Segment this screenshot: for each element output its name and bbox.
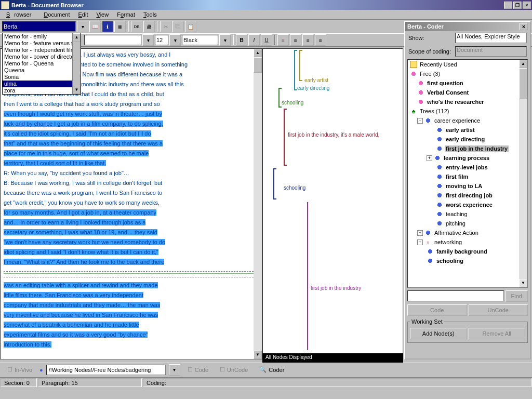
in-vivo-button[interactable]: ☐ In-Vivo bbox=[3, 365, 36, 375]
align-center-button[interactable]: ≡ bbox=[290, 34, 301, 46]
doc-selector-dropdown-button[interactable]: ▾ bbox=[77, 21, 88, 32]
minimize-button[interactable]: _ bbox=[504, 2, 512, 9]
scroll-track[interactable] bbox=[519, 99, 527, 288]
scroll-up-icon[interactable]: ▲ bbox=[519, 60, 527, 68]
tree-node[interactable]: first film bbox=[445, 174, 469, 180]
node-path-input[interactable] bbox=[46, 365, 166, 375]
tree-node[interactable]: family background bbox=[435, 248, 488, 255]
bold-button[interactable]: B bbox=[236, 34, 247, 46]
close-button[interactable]: × bbox=[523, 2, 531, 9]
menu-view[interactable]: View bbox=[92, 10, 113, 19]
tree-node[interactable]: Free (3) bbox=[419, 71, 441, 77]
list-item[interactable]: zora bbox=[3, 87, 81, 94]
menu-format[interactable]: Format bbox=[113, 10, 139, 19]
cut-icon[interactable]: ✂ bbox=[160, 21, 171, 32]
font-size-dropdown-button[interactable]: ▾ bbox=[169, 34, 181, 46]
tree-node[interactable]: Recently Used bbox=[419, 61, 458, 68]
paste-icon[interactable]: 📋 bbox=[185, 21, 196, 32]
browse-icon[interactable]: 📖 bbox=[89, 21, 101, 32]
font-size-input[interactable] bbox=[155, 35, 168, 45]
collapse-icon[interactable]: - bbox=[417, 118, 423, 124]
tree-node[interactable]: career experience bbox=[433, 117, 481, 124]
list-item[interactable]: Memo for - emily bbox=[3, 33, 81, 40]
font-color-select[interactable] bbox=[182, 35, 218, 45]
font-color-dropdown-button[interactable]: ▾ bbox=[219, 34, 231, 46]
uncode-button[interactable]: UnCode bbox=[469, 304, 528, 316]
code-button-bottom[interactable]: ☐ Code bbox=[183, 365, 212, 375]
list-item[interactable]: Memo for - Queena bbox=[3, 60, 81, 67]
show-select[interactable]: All Nodes, Explorer Style bbox=[455, 33, 527, 43]
menu-document[interactable]: Document bbox=[39, 10, 74, 19]
align-right-button[interactable]: ≡ bbox=[302, 34, 314, 46]
expand-icon[interactable]: + bbox=[417, 240, 423, 245]
align-justify-button[interactable]: ≡ bbox=[315, 34, 326, 46]
tree-node[interactable]: early artist bbox=[445, 127, 476, 133]
tree-node[interactable]: Affirmative Action bbox=[433, 230, 480, 236]
tree-node[interactable]: first question bbox=[426, 80, 464, 86]
highlighted-text: place for me in this huge, sort of what … bbox=[4, 150, 149, 156]
list-item[interactable]: Memo for - feature versus te bbox=[3, 40, 81, 47]
list-item[interactable]: Memo for - power of director bbox=[3, 54, 81, 60]
scroll-thumb[interactable] bbox=[519, 68, 527, 99]
tree-node-selected[interactable]: first job in the industry bbox=[445, 145, 509, 152]
tree-scrollbar[interactable]: ▲ ▼ bbox=[519, 60, 527, 287]
db-icon[interactable]: DB bbox=[131, 21, 142, 32]
add-nodes-button[interactable]: Add Node(s) bbox=[410, 328, 467, 339]
expand-icon[interactable]: + bbox=[427, 155, 432, 161]
tree-node[interactable]: schooling bbox=[435, 258, 464, 264]
tree-node[interactable]: networking bbox=[433, 239, 463, 245]
menu-edit[interactable]: Edit bbox=[74, 10, 92, 19]
uncode-button-bottom[interactable]: ☐ UnCode bbox=[216, 365, 252, 375]
tree-node[interactable]: entry-level jobs bbox=[445, 164, 489, 170]
tree-node[interactable]: learning process bbox=[443, 155, 490, 161]
italic-button[interactable]: I bbox=[248, 34, 260, 46]
info-icon[interactable]: ℹ bbox=[102, 21, 113, 32]
tree-node[interactable]: moving to LA bbox=[445, 183, 483, 189]
scroll-track[interactable] bbox=[254, 73, 262, 351]
code-button[interactable]: Code bbox=[407, 304, 467, 316]
list-item[interactable]: Sonia bbox=[3, 74, 81, 81]
tree-node[interactable]: first directing job bbox=[445, 192, 494, 198]
tree-node[interactable]: Trees (112) bbox=[419, 108, 450, 114]
font-family-select[interactable] bbox=[84, 35, 141, 45]
scroll-up-icon[interactable]: ▲ bbox=[254, 49, 262, 57]
remove-all-button[interactable]: Remove All bbox=[469, 328, 526, 339]
expand-icon[interactable]: + bbox=[417, 230, 423, 236]
coder-close-button[interactable]: × bbox=[520, 23, 528, 30]
find-input[interactable] bbox=[407, 290, 504, 301]
tree-node[interactable]: teaching bbox=[445, 211, 469, 217]
list-item[interactable]: Memo for - independent film bbox=[3, 47, 81, 54]
tree-node[interactable]: early directing bbox=[445, 136, 486, 142]
dropdown-scrollbar[interactable]: ▲ ▼ bbox=[72, 33, 81, 94]
find-button[interactable]: Find bbox=[506, 290, 528, 302]
menu-tools[interactable]: Tools bbox=[139, 10, 161, 19]
list-item[interactable]: Queena bbox=[3, 67, 81, 74]
tree-node[interactable]: Verbal Consent bbox=[426, 89, 470, 96]
tree-node[interactable]: pitching bbox=[445, 220, 467, 227]
scroll-down-icon[interactable]: ▼ bbox=[254, 351, 262, 359]
free-node-icon bbox=[417, 89, 424, 96]
coder-button-bottom[interactable]: 🔍 Coder bbox=[255, 365, 288, 375]
underline-button[interactable]: U bbox=[261, 34, 272, 46]
scroll-down-icon[interactable]: ▼ bbox=[519, 279, 527, 287]
menu-browser[interactable]: Browser bbox=[2, 10, 39, 19]
separator bbox=[4, 271, 259, 272]
tree-node[interactable]: who's the researcher bbox=[426, 99, 485, 105]
document-scrollbar[interactable]: ▲ ▼ bbox=[254, 49, 262, 359]
document-selector[interactable] bbox=[2, 21, 76, 32]
node-tree[interactable]: Recently Used Free (3) first question Ve… bbox=[407, 59, 528, 288]
scroll-up-icon[interactable]: ▲ bbox=[73, 33, 81, 42]
font-family-dropdown-button[interactable]: ▾ bbox=[142, 34, 154, 46]
path-dropdown-button[interactable]: ▾ bbox=[169, 364, 180, 376]
scroll-down-icon[interactable]: ▼ bbox=[73, 86, 81, 94]
grid-icon[interactable]: ▦ bbox=[114, 21, 126, 32]
print-icon[interactable]: 🖶 bbox=[143, 21, 155, 32]
maximize-button[interactable]: ❐ bbox=[513, 2, 522, 9]
copy-icon[interactable]: ⿻ bbox=[172, 21, 184, 32]
list-item-selected[interactable]: ulma bbox=[3, 81, 81, 87]
scroll-thumb[interactable] bbox=[254, 57, 262, 73]
align-left-button[interactable]: ≡ bbox=[277, 34, 289, 46]
document-dropdown-list[interactable]: Memo for - emily Memo for - feature vers… bbox=[2, 33, 81, 95]
tree-node[interactable]: worst experience bbox=[445, 202, 494, 208]
stripe-bracket bbox=[299, 50, 302, 81]
